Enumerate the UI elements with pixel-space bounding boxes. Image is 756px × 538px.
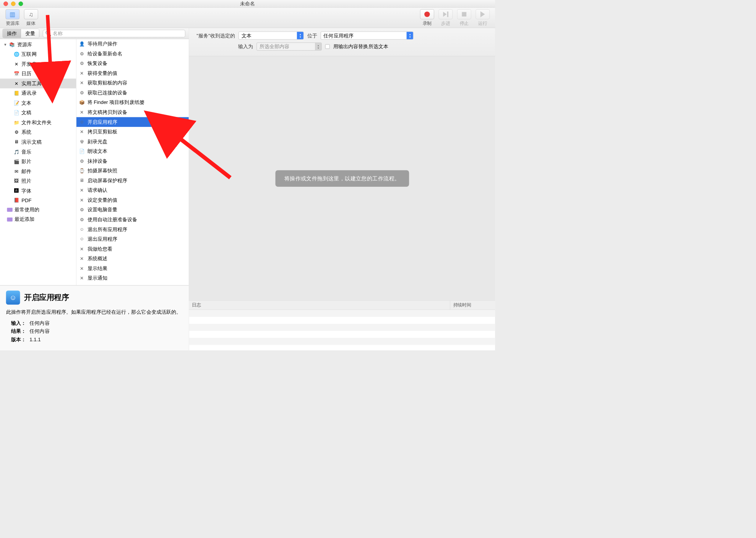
category-item[interactable]: 🅰字体 <box>0 186 76 196</box>
action-item[interactable]: ✕获取剪贴板的内容 <box>76 78 189 88</box>
titlebar: 未命名 <box>0 0 495 8</box>
category-item[interactable]: 📕PDF <box>0 196 76 205</box>
action-item[interactable]: ⚙获取已连接的设备 <box>76 88 189 98</box>
workflow-canvas[interactable]: 将操作或文件拖到这里，以建立您的工作流程。 <box>189 56 495 300</box>
action-item[interactable]: ☺开启应用程序 <box>76 117 189 127</box>
action-item[interactable]: 👤等待用户操作 <box>76 39 189 49</box>
action-icon: ✕ <box>79 275 85 281</box>
category-icon: 📝 <box>13 100 19 106</box>
library-button[interactable]: ▥ 资源库 <box>3 8 21 27</box>
category-item[interactable]: 🖥演示文稿 <box>0 137 76 147</box>
log-column-log[interactable]: 日志 <box>189 301 450 310</box>
action-item[interactable]: ☺退出应用程序 <box>76 234 189 244</box>
action-icon: ✕ <box>79 266 85 272</box>
action-item[interactable]: ✕设定变量的值 <box>76 195 189 205</box>
category-item[interactable]: 📁文件和文件夹 <box>0 118 76 128</box>
action-item[interactable]: 📄朗读文本 <box>76 146 189 156</box>
category-icon: 🌐 <box>13 51 19 57</box>
category-item[interactable]: ✕实用工具 <box>0 79 76 89</box>
action-item[interactable]: ✕系统概述 <box>76 254 189 264</box>
left-tabs: 操作 变量 <box>3 29 39 38</box>
media-button[interactable]: ♫ 媒体 <box>22 8 40 27</box>
action-item[interactable]: ⚙使用自动注册准备设备 <box>76 215 189 225</box>
service-receives-select[interactable]: 文本 ▴▾ <box>238 32 303 40</box>
action-icon: ⚙ <box>79 158 85 164</box>
action-icon: ☺ <box>79 236 85 242</box>
category-root[interactable]: ▼ 📚 资源库 <box>0 39 76 49</box>
record-button[interactable]: 录制 <box>418 8 436 27</box>
action-icon: ⚙ <box>79 90 85 96</box>
action-icon: 📦 <box>79 99 85 105</box>
description-body: 此操作将开启所选应用程序。如果应用程序已经在运行，那么它会变成活跃的。 <box>6 308 183 316</box>
description-title: 开启应用程序 <box>24 292 69 303</box>
folder-icon <box>7 217 12 221</box>
log-rows <box>189 310 495 350</box>
category-icon: 📄 <box>13 110 19 116</box>
log-column-duration[interactable]: 持续时间 <box>450 301 495 310</box>
category-item[interactable]: 🎬影片 <box>0 157 76 167</box>
category-icon: 📒 <box>13 90 19 96</box>
step-button[interactable]: 步进 <box>436 8 454 27</box>
action-icon: ⚙ <box>79 51 85 57</box>
action-item[interactable]: ✕获得变量的值 <box>76 68 189 78</box>
action-item[interactable]: ✕拷贝至剪贴板 <box>76 127 189 137</box>
replace-checkbox[interactable] <box>325 44 330 49</box>
step-icon <box>439 9 453 19</box>
category-icon: 📅 <box>13 71 19 77</box>
action-item[interactable]: ⚙给设备重新命名 <box>76 49 189 59</box>
action-item[interactable]: ☺退出所有应用程序 <box>76 225 189 235</box>
finder-icon: ☺ <box>6 290 20 305</box>
action-icon: 🖥 <box>79 178 85 184</box>
category-item[interactable]: 🎵音乐 <box>0 147 76 157</box>
category-icon: 📕 <box>13 197 19 203</box>
search-placeholder: 名称 <box>53 30 63 37</box>
disclosure-triangle-icon[interactable]: ▼ <box>3 42 7 46</box>
action-item[interactable]: 🖥启动屏幕保护程序 <box>76 176 189 186</box>
folder-recently-added[interactable]: 最近添加 <box>0 214 76 224</box>
category-item[interactable]: 🖼照片 <box>0 176 76 186</box>
action-icon: ✕ <box>79 256 85 262</box>
action-item[interactable]: ✕将文稿拷贝到设备 <box>76 107 189 117</box>
action-icon: ✕ <box>79 246 85 252</box>
category-item[interactable]: 📄文稿 <box>0 108 76 118</box>
located-in-select[interactable]: 任何应用程序 ▴▾ <box>321 32 413 40</box>
replace-checkbox-label: 用输出内容替换所选文本 <box>333 43 388 50</box>
service-receives-label: "服务"收到选定的 <box>196 32 235 39</box>
search-input[interactable]: 🔍 名称 <box>43 30 185 37</box>
folder-most-used[interactable]: 最常使用的 <box>0 205 76 215</box>
category-icon: ⚙ <box>13 129 19 135</box>
input-as-select[interactable]: 所选全部内容 ▴▾ <box>256 42 321 50</box>
action-item[interactable]: ✕请求确认 <box>76 185 189 195</box>
action-item[interactable]: ☢刻录光盘 <box>76 137 189 147</box>
tab-variables[interactable]: 变量 <box>21 29 39 38</box>
category-item[interactable]: ✉邮件 <box>0 167 76 177</box>
category-icon: 🎬 <box>13 159 19 165</box>
record-icon <box>420 9 434 19</box>
action-icon: 👤 <box>79 41 85 47</box>
stop-button[interactable]: 停止 <box>455 8 473 27</box>
chevron-updown-icon: ▴▾ <box>407 32 413 39</box>
category-icon: 📁 <box>13 120 19 126</box>
run-button[interactable]: 运行 <box>474 8 492 27</box>
category-item[interactable]: 📅日历 <box>0 69 76 79</box>
drop-hint: 将操作或文件拖到这里，以建立您的工作流程。 <box>275 170 409 186</box>
action-item[interactable]: ✕我做给您看 <box>76 244 189 254</box>
action-item[interactable]: ⌚拍摄屏幕快照 <box>76 166 189 176</box>
category-list: ▼ 📚 资源库 🌐互联网✕开发者📅日历✕实用工具📒通讯录📝文本📄文稿📁文件和文件… <box>0 39 76 285</box>
chevron-updown-icon: ▴▾ <box>297 32 303 39</box>
action-item[interactable]: ✕显示结果 <box>76 264 189 274</box>
action-item[interactable]: ⚙设置电脑音量 <box>76 205 189 215</box>
action-item[interactable]: ✕显示通知 <box>76 273 189 283</box>
category-item[interactable]: ⚙系统 <box>0 127 76 137</box>
located-in-label: 位于 <box>307 32 317 39</box>
category-icon: ✕ <box>13 81 19 87</box>
action-item[interactable]: ⚙抹掉设备 <box>76 156 189 166</box>
category-item[interactable]: 📒通讯录 <box>0 88 76 98</box>
category-item[interactable]: 📝文本 <box>0 98 76 108</box>
tab-actions[interactable]: 操作 <box>3 29 21 38</box>
action-item[interactable]: 📦将 Finder 项目移到废纸篓 <box>76 97 189 107</box>
category-item[interactable]: 🌐互联网 <box>0 49 76 59</box>
action-icon: ✕ <box>79 109 85 115</box>
action-item[interactable]: ⚙恢复设备 <box>76 58 189 68</box>
category-item[interactable]: ✕开发者 <box>0 59 76 69</box>
